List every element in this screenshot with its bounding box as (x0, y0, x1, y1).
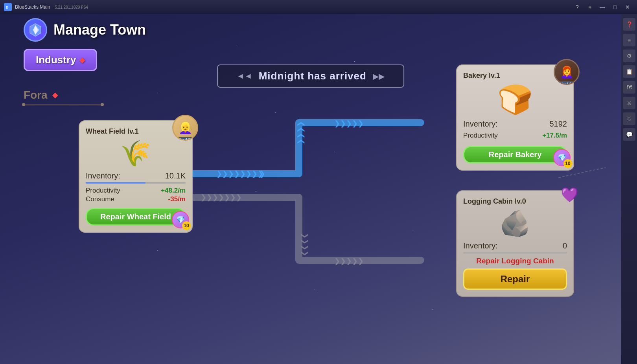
svg-text:B: B (6, 6, 8, 9)
wheat-icon: 🌾 (86, 139, 186, 168)
title-bar: B BlueStacks Main 5.21.201.1029 P64 ? ≡ … (0, 0, 637, 14)
wheat-card-title: Wheat Field lv.1 (86, 127, 186, 136)
wheat-stats: Productivity +48.2/m Consume -35/m (86, 187, 186, 203)
svg-text:❯❯❯❯❯: ❯❯❯❯❯ (334, 257, 364, 265)
help-button[interactable]: ? (572, 2, 583, 13)
sidebar-icon-4[interactable]: 📋 (623, 65, 635, 78)
wheat-productivity-label: Productivity (86, 187, 120, 195)
repair-bakery-button[interactable]: Repair Bakery 💎 10 (463, 146, 567, 164)
bakery-card: Bakery lv.1 👩‍🦰 lv.16 🍞 Inventory: 5192 … (456, 64, 574, 171)
wheat-inventory-fill (86, 182, 145, 184)
bakery-avatar: 👩‍🦰 lv.16 (554, 59, 580, 85)
maximize-button[interactable]: □ (609, 2, 620, 13)
wheat-avatar-face: 👱‍♀️ (179, 121, 192, 134)
character-name: Fora (24, 89, 48, 101)
bakery-productivity-value: +17.5/m (542, 132, 567, 140)
logging-card-title: Logging Cabin lv.0 (463, 197, 567, 206)
wheat-productivity-value: +48.2/m (161, 187, 186, 195)
repair-wheat-cost-badge: 💎 10 (172, 211, 189, 228)
svg-text:❯❯❯❯❯: ❯❯❯❯❯ (334, 119, 364, 128)
midnight-text: Midnight has arrived (259, 70, 366, 82)
sidebar-icon-6[interactable]: ⚔ (623, 97, 635, 109)
bakery-avatar-face: 👩‍🦰 (560, 66, 574, 79)
sidebar-icon-7[interactable]: 🛡 (623, 112, 635, 125)
repair-logging-button[interactable]: Repair (463, 268, 567, 290)
bakery-inventory-value: 5192 (550, 119, 567, 129)
repair-bakery-label: Repair Bakery (489, 150, 542, 159)
sidebar-icon-1[interactable]: ❓ (623, 18, 635, 31)
midnight-banner: ◄◄ Midnight has arrived ▶▶ (217, 64, 404, 88)
wheat-inventory-value: 10.1K (165, 171, 186, 180)
wheat-inventory-row: Inventory: 10.1K (86, 171, 186, 180)
wheat-inventory-label: Inventory: (86, 171, 120, 180)
svg-text:❯❯❯❯❯❯❯❯: ❯❯❯❯❯❯❯❯ (216, 170, 263, 178)
logging-inventory-label: Inventory: (463, 241, 498, 250)
industry-diamond: ◆ (79, 56, 85, 64)
page-title-icon (24, 18, 47, 42)
window-controls[interactable]: ? ≡ — □ ✕ (572, 2, 633, 13)
bakery-inventory-label: Inventory: (463, 119, 498, 129)
bread-icon: 🍞 (463, 83, 567, 116)
repair-wheat-label: Repair Wheat Field (100, 212, 171, 221)
sidebar-icon-2[interactable]: ≡ (623, 34, 635, 46)
svg-text:❯❯❯❯: ❯❯❯❯ (301, 233, 309, 256)
menu-button[interactable]: ≡ (584, 2, 595, 13)
logging-inventory-row: Inventory: 0 (463, 241, 567, 250)
bakery-stats: Productivity +17.5/m (463, 132, 567, 140)
wheat-consume-row: Consume -35/m (86, 195, 186, 203)
game-area: Manage Town Industry ◆ Fora ◆ ◄◄ Midnigh… (0, 14, 621, 364)
sidebar-icon-5[interactable]: 🗺 (623, 81, 635, 94)
wheat-consume-label: Consume (86, 195, 114, 203)
title-bar-left: B BlueStacks Main 5.21.201.1029 P64 (4, 3, 88, 11)
repair-wheat-cost-num: 10 (182, 221, 191, 230)
repair-wheat-button[interactable]: Repair Wheat Field 💎 10 (86, 208, 186, 226)
repair-logging-label: Repair (501, 274, 530, 284)
app-icon: B (4, 3, 12, 11)
bakery-card-title: Bakery lv.1 (463, 72, 567, 80)
wheat-field-card: Wheat Field lv.1 👱‍♀️ lv.16 🌾 Inventory:… (79, 120, 193, 233)
sidebar-icon-8[interactable]: 💬 (623, 128, 635, 141)
sidebar-icon-3[interactable]: ⚙ (623, 50, 635, 62)
industry-button[interactable]: Industry ◆ (24, 49, 97, 71)
close-button[interactable]: ✕ (622, 2, 633, 13)
repair-bakery-cost-badge: 💎 10 (553, 149, 571, 166)
bakery-productivity-label: Productivity (463, 132, 498, 140)
right-sidebar: ❓ ≡ ⚙ 📋 🗺 ⚔ 🛡 💬 (621, 14, 637, 364)
page-title-area: Manage Town (24, 18, 146, 42)
wheat-consume-value: -35/m (168, 195, 186, 203)
wheat-card-avatar: 👱‍♀️ lv.16 (172, 115, 198, 141)
logging-repair-text: Repair Logging Cabin (463, 257, 567, 265)
logging-cabin-card: Logging Cabin lv.0 💜 🪨 Inventory: 0 Repa… (456, 190, 574, 297)
svg-text:❯❯❯❯❯❯❯: ❯❯❯❯❯❯❯ (201, 193, 242, 202)
banner-right-arrow: ▶▶ (373, 72, 385, 81)
wheat-inventory-bar (86, 182, 186, 184)
industry-label: Industry (36, 54, 76, 66)
character-diamond: ◆ (52, 91, 58, 99)
character-underline (24, 105, 102, 105)
bakery-productivity-row: Productivity +17.5/m (463, 132, 567, 140)
bakery-inventory-row: Inventory: 5192 (463, 119, 567, 129)
page-title: Manage Town (53, 22, 146, 38)
logging-gem-icon: 💜 (559, 185, 580, 205)
logging-inventory-bar (463, 252, 567, 254)
logging-inventory-value: 0 (563, 241, 567, 250)
minimize-button[interactable]: — (597, 2, 608, 13)
banner-left-arrow: ◄◄ (237, 72, 252, 81)
svg-text:❯: ❯ (260, 170, 265, 178)
logging-icon: 🪨 (463, 209, 567, 238)
app-version: 5.21.201.1029 P64 (55, 5, 88, 9)
svg-text:❯❯❯❯: ❯❯❯❯ (296, 121, 305, 145)
character-name-area: Fora ◆ (24, 89, 58, 101)
wheat-productivity-row: Productivity +48.2/m (86, 187, 186, 195)
repair-bakery-cost-num: 10 (563, 159, 572, 168)
app-name: BlueStacks Main (15, 4, 50, 10)
